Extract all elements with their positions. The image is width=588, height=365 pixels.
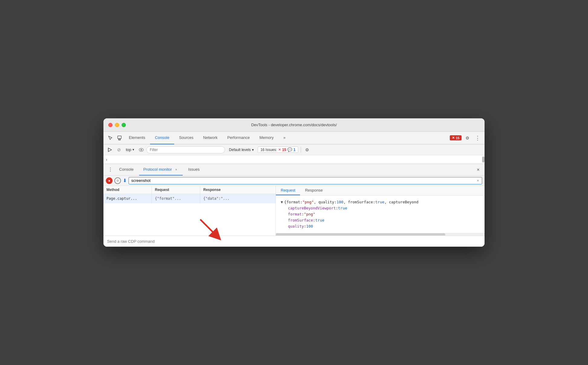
json-line-4: quality : 100 bbox=[288, 223, 480, 229]
title-bar: DevTools - developer.chrome.com/docs/dev… bbox=[103, 118, 485, 132]
detail-scroll-area: ▼ { format: "png" , quality: 100 , fromS… bbox=[276, 196, 485, 235]
method-cell: Page.captur... bbox=[103, 194, 152, 203]
context-selector[interactable]: top ▾ bbox=[124, 146, 136, 153]
console-prompt-row: › bbox=[103, 155, 485, 164]
horizontal-scrollbar[interactable] bbox=[276, 233, 485, 235]
tab-network[interactable]: Network bbox=[198, 132, 223, 144]
svg-rect-0 bbox=[118, 136, 121, 139]
console-toolbar: ⊘ top ▾ Default levels ▾ 16 Issues: ✕ 15… bbox=[103, 144, 485, 155]
bottom-tab-issues[interactable]: Issues bbox=[184, 164, 204, 176]
default-levels-button[interactable]: Default levels ▾ bbox=[226, 146, 256, 153]
response-cell: {"data":"... bbox=[200, 194, 276, 203]
cdp-command-input[interactable] bbox=[103, 236, 485, 247]
protocol-table: Method Request Response Page.captur... {… bbox=[103, 186, 276, 235]
inspect-element-icon[interactable] bbox=[106, 133, 115, 143]
method-header: Method bbox=[103, 186, 152, 194]
bottom-tab-console[interactable]: Console bbox=[115, 164, 138, 176]
svg-marker-4 bbox=[108, 148, 112, 152]
clear-button[interactable]: ⊘ bbox=[114, 177, 121, 184]
chevron-down-icon: ▾ bbox=[252, 148, 254, 152]
error-count: 15 bbox=[456, 136, 459, 140]
protocol-split-view: Method Request Response Page.captur... {… bbox=[103, 186, 485, 235]
protocol-search-input[interactable] bbox=[129, 177, 482, 184]
protocol-toolbar: ● ⊘ ⬇ × bbox=[103, 176, 485, 186]
divider bbox=[301, 147, 301, 153]
info-icon: 💬 bbox=[287, 147, 292, 152]
detail-tab-response[interactable]: Response bbox=[300, 186, 328, 195]
error-icon: ✕ bbox=[452, 136, 455, 140]
tab-performance[interactable]: Performance bbox=[222, 132, 254, 144]
download-icon[interactable]: ⬇ bbox=[123, 178, 127, 183]
chevron-down-icon: ▾ bbox=[132, 148, 134, 152]
tab-sources[interactable]: Sources bbox=[174, 132, 198, 144]
protocol-monitor-panel: ● ⊘ ⬇ × Method Request Response bbox=[103, 176, 485, 247]
bottom-panel: ⋮ Console Protocol monitor × Issues × ● … bbox=[103, 164, 485, 247]
vertical-scrollbar-thumb bbox=[482, 156, 485, 163]
filter-input[interactable] bbox=[146, 146, 225, 153]
run-script-icon[interactable] bbox=[106, 146, 114, 154]
ban-icon[interactable]: ⊘ bbox=[115, 146, 123, 154]
issues-info-count: 1 bbox=[293, 148, 296, 152]
vertical-scrollbar[interactable] bbox=[482, 155, 485, 163]
bottom-panel-close-icon[interactable]: × bbox=[474, 166, 482, 174]
bottom-tab-protocol-monitor[interactable]: Protocol monitor × bbox=[139, 164, 183, 176]
issues-error-count: 15 bbox=[282, 148, 286, 152]
cdp-input-row bbox=[103, 235, 485, 247]
json-line-3: fromSurface : true bbox=[288, 217, 480, 223]
protocol-detail-pane: Request Response ▼ { format: "pn bbox=[276, 186, 485, 235]
settings-icon[interactable]: ⚙ bbox=[463, 133, 472, 143]
search-wrapper: × bbox=[129, 177, 482, 184]
json-line-1: captureBeyondViewport : true bbox=[288, 205, 480, 211]
json-line-2: format : "png" bbox=[288, 211, 480, 217]
traffic-lights bbox=[108, 123, 126, 127]
detail-content: ▼ { format: "png" , quality: 100 , fromS… bbox=[276, 196, 485, 233]
error-icon: ✕ bbox=[278, 148, 281, 152]
tab-console[interactable]: Console bbox=[150, 132, 174, 144]
error-count-badge[interactable]: ✕ 15 bbox=[450, 135, 462, 140]
bottom-panel-more-icon[interactable]: ⋮ bbox=[106, 165, 115, 174]
more-options-icon[interactable]: ⋮ bbox=[473, 133, 482, 143]
tab-elements[interactable]: Elements bbox=[124, 132, 150, 144]
request-cell: {"format"... bbox=[152, 194, 200, 203]
console-settings-icon[interactable]: ⚙ bbox=[303, 146, 311, 154]
table-header-row: Method Request Response bbox=[103, 186, 276, 194]
devtools-tabs-bar: Elements Console Sources Network Perform… bbox=[103, 132, 485, 144]
console-prompt-arrow[interactable]: › bbox=[106, 157, 107, 162]
protocol-table-pane: Method Request Response Page.captur... {… bbox=[103, 186, 276, 235]
collapse-icon[interactable]: ▼ bbox=[281, 199, 283, 205]
table-row[interactable]: Page.captur... {"format"... {"data":"... bbox=[103, 194, 276, 203]
detail-tab-request[interactable]: Request bbox=[276, 186, 300, 195]
json-properties: captureBeyondViewport : true format : "p… bbox=[281, 205, 480, 229]
response-header: Response bbox=[200, 186, 276, 194]
issues-badge[interactable]: 16 Issues: ✕ 15 💬 1 bbox=[258, 146, 298, 153]
tabs-right-area: ✕ 15 ⚙ ⋮ bbox=[450, 133, 482, 143]
svg-rect-1 bbox=[119, 139, 120, 140]
protocol-monitor-close-icon[interactable]: × bbox=[174, 167, 178, 172]
search-clear-icon[interactable]: × bbox=[475, 178, 481, 184]
window-title: DevTools - developer.chrome.com/docs/dev… bbox=[251, 123, 337, 127]
eye-icon[interactable] bbox=[137, 146, 145, 154]
detail-tabs: Request Response bbox=[276, 186, 485, 196]
minimize-button[interactable] bbox=[115, 123, 119, 127]
close-button[interactable] bbox=[108, 123, 113, 127]
json-summary-line: ▼ { format: "png" , quality: 100 , fromS… bbox=[281, 199, 480, 205]
svg-point-7 bbox=[141, 149, 142, 150]
horizontal-scrollbar-thumb bbox=[276, 233, 445, 235]
record-button[interactable]: ● bbox=[106, 177, 113, 184]
request-header: Request bbox=[152, 186, 200, 194]
device-mode-icon[interactable] bbox=[115, 133, 124, 143]
tab-memory[interactable]: Memory bbox=[255, 132, 279, 144]
bottom-tabs-bar: ⋮ Console Protocol monitor × Issues × bbox=[103, 164, 485, 176]
tab-more[interactable]: » bbox=[279, 132, 290, 144]
maximize-button[interactable] bbox=[122, 123, 126, 127]
